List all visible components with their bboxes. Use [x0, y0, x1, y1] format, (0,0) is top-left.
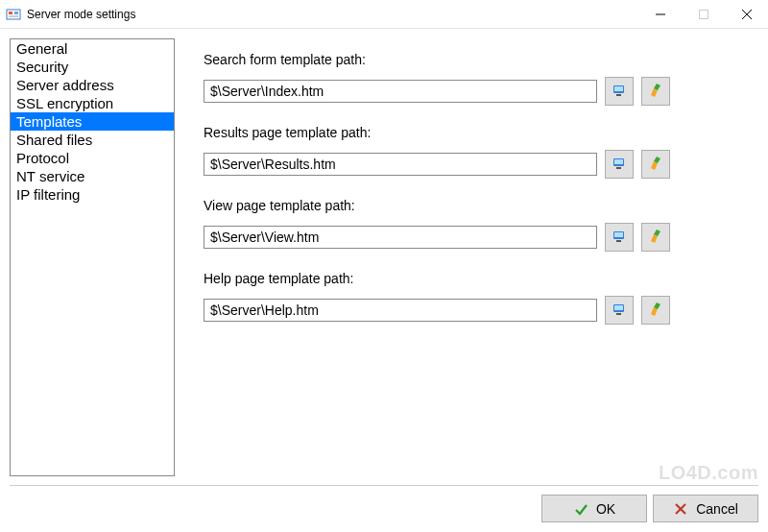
results-page-template-group: Results page template path: — [204, 125, 756, 179]
client-area: General Security Server address SSL encr… — [0, 29, 768, 532]
svg-rect-25 — [616, 313, 621, 315]
svg-rect-3 — [9, 15, 18, 17]
check-icon — [573, 501, 588, 517]
dialog-button-bar: OK Cancel — [541, 495, 758, 522]
window-title: Server mode settings — [27, 8, 135, 21]
browse-button[interactable] — [605, 77, 634, 106]
view-page-template-group: View page template path: — [204, 198, 756, 252]
sidebar-item-nt-service[interactable]: NT service — [11, 167, 174, 185]
sidebar-item-label: Server address — [16, 77, 114, 93]
cancel-x-icon — [673, 501, 688, 517]
help-page-template-input[interactable] — [204, 299, 597, 322]
search-form-template-label: Search form template path: — [204, 52, 756, 67]
ok-button-label: OK — [596, 501, 615, 517]
sidebar-item-ip-filtering[interactable]: IP filtering — [11, 185, 174, 204]
browse-button[interactable] — [605, 150, 634, 179]
svg-rect-1 — [9, 12, 12, 14]
browse-computer-icon — [612, 229, 627, 247]
browse-computer-icon — [612, 156, 627, 174]
sidebar-item-ssl-encryption[interactable]: SSL encryption — [11, 94, 174, 112]
app-icon — [6, 7, 21, 22]
browse-computer-icon — [612, 302, 627, 320]
reset-button[interactable] — [641, 150, 670, 179]
search-form-template-group: Search form template path: — [204, 52, 756, 106]
reset-button[interactable] — [641, 296, 670, 325]
sidebar-item-server-address[interactable]: Server address — [11, 76, 174, 94]
browse-button[interactable] — [605, 296, 634, 325]
sidebar-item-general[interactable]: General — [11, 39, 174, 58]
svg-rect-9 — [614, 86, 623, 91]
sidebar-item-label: IP filtering — [16, 186, 80, 203]
templates-panel: Search form template path: — [175, 38, 758, 476]
reset-brush-icon — [648, 156, 663, 174]
help-page-template-group: Help page template path: — [204, 271, 756, 325]
sidebar-item-templates[interactable]: Templates — [11, 112, 174, 131]
help-page-template-label: Help page template path: — [204, 271, 756, 286]
sidebar-item-security[interactable]: Security — [11, 58, 174, 76]
svg-rect-14 — [614, 159, 623, 164]
svg-rect-20 — [616, 240, 621, 242]
svg-rect-19 — [614, 232, 623, 237]
sidebar-item-shared-files[interactable]: Shared files — [11, 131, 174, 149]
sidebar-item-label: General — [16, 40, 67, 57]
results-page-template-input[interactable] — [204, 153, 597, 176]
reset-button[interactable] — [641, 223, 670, 252]
window-minimize-button[interactable] — [638, 0, 682, 29]
sidebar-item-label: Shared files — [16, 132, 92, 148]
sidebar-item-protocol[interactable]: Protocol — [11, 149, 174, 167]
view-page-template-input[interactable] — [204, 226, 597, 249]
sidebar-item-label: NT service — [16, 168, 84, 184]
svg-rect-24 — [614, 305, 623, 310]
svg-rect-15 — [616, 167, 621, 169]
window-close-button[interactable] — [725, 0, 768, 29]
reset-brush-icon — [648, 229, 663, 247]
view-page-template-label: View page template path: — [204, 198, 756, 213]
reset-brush-icon — [648, 83, 663, 101]
window-maximize-button[interactable] — [682, 0, 725, 29]
sidebar-item-label: Protocol — [16, 150, 69, 166]
svg-rect-10 — [616, 94, 621, 96]
sidebar-item-label: Security — [16, 59, 68, 75]
sidebar-item-label: Templates — [16, 113, 82, 130]
search-form-template-input[interactable] — [204, 80, 597, 103]
browse-computer-icon — [612, 83, 627, 101]
svg-rect-5 — [699, 10, 708, 18]
settings-category-list[interactable]: General Security Server address SSL encr… — [10, 38, 175, 476]
browse-button[interactable] — [605, 223, 634, 252]
reset-brush-icon — [648, 302, 663, 320]
button-bar-divider — [10, 485, 758, 486]
cancel-button[interactable]: Cancel — [653, 495, 758, 522]
reset-button[interactable] — [641, 77, 670, 106]
results-page-template-label: Results page template path: — [204, 125, 756, 140]
sidebar-item-label: SSL encryption — [16, 95, 113, 111]
svg-rect-2 — [14, 12, 18, 14]
ok-button[interactable]: OK — [541, 495, 647, 522]
titlebar: Server mode settings — [0, 0, 768, 29]
cancel-button-label: Cancel — [696, 501, 738, 517]
